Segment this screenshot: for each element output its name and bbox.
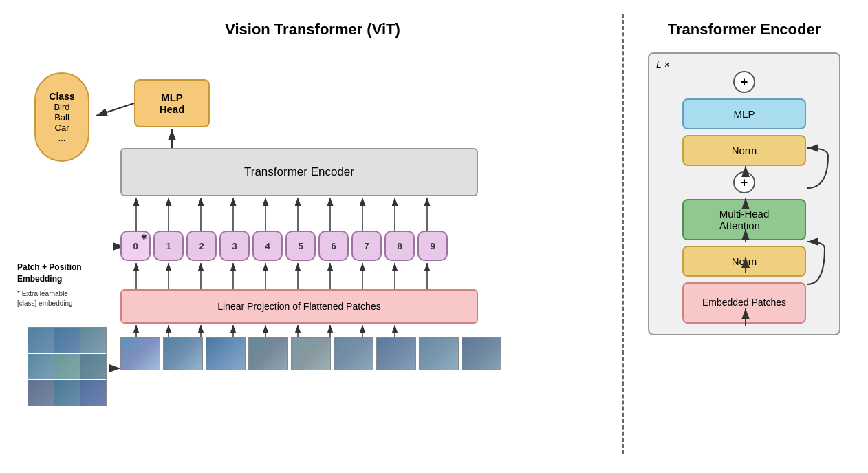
encoder-section: Transformer Encoder L ×	[634, 14, 854, 459]
patch-0	[120, 337, 160, 370]
norm1-box: Norm	[682, 135, 806, 166]
source-cell-8	[80, 380, 106, 406]
source-cell-5	[80, 354, 106, 379]
vit-title: Vision Transformer (ViT)	[21, 21, 605, 39]
linear-proj-label: Linear Projection of Flattened Patches	[217, 301, 380, 312]
vit-section: Vision Transformer (ViT)	[14, 14, 611, 459]
multihead-box: Multi-HeadAttention	[682, 199, 806, 240]
patch-6	[376, 337, 416, 370]
class-item-dots: ...	[58, 133, 66, 143]
patch-embed-label: Patch + PositionEmbedding	[17, 262, 113, 285]
source-cell-7	[54, 380, 80, 406]
patch-4	[291, 337, 331, 370]
linear-proj-box: Linear Projection of Flattened Patches	[120, 289, 478, 324]
class-output-box: Class Bird Ball Car ...	[34, 72, 89, 162]
token-8: 8	[384, 231, 415, 261]
norm1-label: Norm	[732, 145, 757, 156]
patch-8	[462, 337, 501, 370]
encoder-outer-box: L ×	[648, 52, 840, 335]
tokens-row: 0✱ 1 2 3 4 5 6 7 8 9	[120, 231, 448, 261]
class-label: Class	[49, 91, 74, 102]
svg-line-1	[96, 103, 134, 116]
plus-circle-middle: +	[733, 171, 755, 193]
class-item-ball: Ball	[54, 112, 69, 123]
mlp-head-label: MLPHead	[160, 92, 185, 115]
encoder-title: Transformer Encoder	[641, 21, 847, 39]
patch-embed-note: * Extra learnable[class] embedding	[17, 289, 113, 308]
multihead-label: Multi-HeadAttention	[719, 208, 770, 231]
token-2: 2	[186, 231, 217, 261]
token-6: 6	[318, 231, 349, 261]
source-cell-4	[54, 354, 80, 379]
patch-7	[419, 337, 459, 370]
patch-2	[206, 337, 246, 370]
section-divider	[622, 14, 624, 454]
class-item-car: Car	[55, 123, 69, 133]
source-cell-2	[80, 328, 106, 353]
encoder-detail: L ×	[641, 52, 847, 335]
mlp-head-box: MLPHead	[134, 79, 210, 127]
source-cell-3	[28, 354, 54, 379]
patch-5	[334, 337, 373, 370]
mlp-box: MLP	[682, 98, 806, 129]
token-9: 9	[417, 231, 448, 261]
token-4: 4	[252, 231, 283, 261]
mlp-label: MLP	[734, 108, 755, 120]
norm2-label: Norm	[732, 255, 757, 267]
token-7: 7	[351, 231, 382, 261]
token-3: 3	[219, 231, 250, 261]
token-0: 0✱	[120, 231, 151, 261]
transformer-encoder-label: Transformer Encoder	[244, 165, 354, 179]
plus-circle-top: +	[733, 71, 755, 93]
token-1: 1	[153, 231, 184, 261]
class-item-bird: Bird	[54, 102, 69, 112]
source-cell-1	[54, 328, 80, 353]
embedded-patches-label: Embedded Patches	[702, 296, 786, 310]
token-5: 5	[285, 231, 316, 261]
patch-3	[248, 337, 288, 370]
patch-1	[163, 337, 203, 370]
source-cell-6	[28, 380, 54, 406]
source-cell-0	[28, 328, 54, 353]
l-times-label: L ×	[656, 59, 670, 70]
transformer-encoder-box: Transformer Encoder	[120, 148, 478, 196]
main-container: Vision Transformer (ViT)	[0, 0, 868, 473]
enc-block: + MLP Norm + Multi-HeadAttention	[660, 64, 829, 324]
patches-row	[120, 337, 501, 370]
embedded-patches-box: Embedded Patches	[682, 282, 806, 324]
norm2-box: Norm	[682, 246, 806, 277]
source-image-grid	[28, 327, 107, 406]
